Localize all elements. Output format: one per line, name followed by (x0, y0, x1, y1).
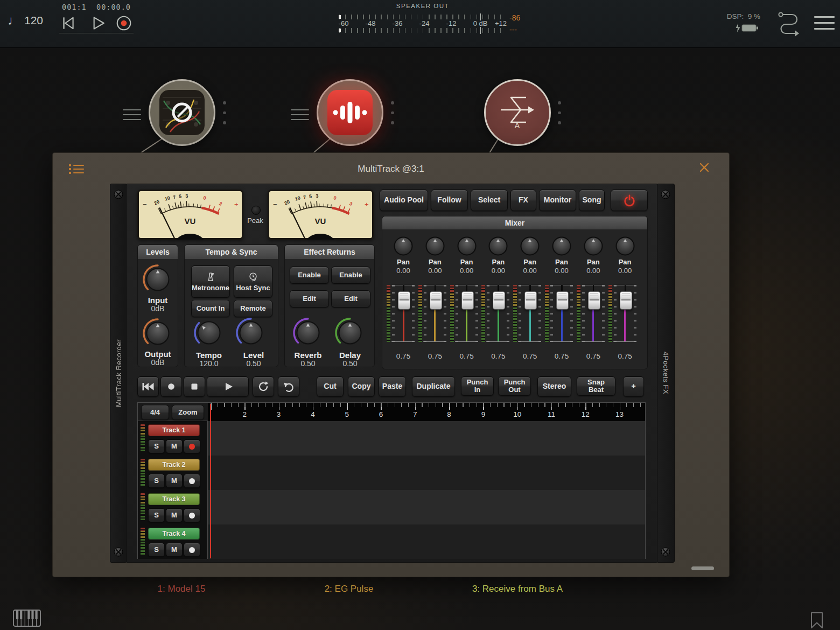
rewind-to-start-button[interactable] (59, 15, 76, 32)
menu-icon[interactable] (814, 15, 835, 31)
host-sync-button[interactable]: Host Sync (234, 265, 272, 298)
cut-button[interactable]: Cut (317, 376, 344, 397)
record-button[interactable] (115, 15, 132, 32)
power-button[interactable] (611, 190, 648, 211)
close-icon[interactable] (699, 162, 710, 173)
fader-cap[interactable] (524, 291, 537, 310)
monitor-button[interactable]: Monitor (539, 190, 576, 211)
bookmark-icon[interactable] (810, 612, 824, 629)
node-egpulse[interactable] (317, 79, 383, 146)
mt-stop-button[interactable] (184, 376, 205, 397)
snap-beat-button[interactable]: Snap Beat (577, 376, 615, 396)
song-button[interactable]: Song (579, 190, 605, 211)
fader-cap[interactable] (398, 291, 410, 310)
pan-knob[interactable] (393, 235, 414, 257)
mute-button[interactable]: M (166, 508, 183, 522)
track-name-button[interactable]: Track 1 (148, 424, 200, 436)
stereo-button[interactable]: Stereo (537, 376, 571, 397)
fader-cap[interactable] (493, 291, 505, 310)
node-model15[interactable] (149, 79, 215, 146)
channel-fader[interactable] (419, 285, 451, 342)
channel-fader[interactable] (451, 285, 482, 342)
fader-cap[interactable] (588, 291, 600, 310)
audio-pool-button[interactable]: Audio Pool (380, 190, 428, 211)
playhead[interactable] (210, 404, 211, 558)
signal-routing-icon[interactable] (777, 11, 802, 37)
zoom-button[interactable]: Zoom (172, 405, 204, 420)
node2-menu-dots[interactable] (391, 94, 394, 131)
pan-knob[interactable] (583, 235, 604, 257)
mute-button[interactable]: M (166, 439, 183, 453)
tempo-knob[interactable] (193, 317, 225, 349)
fader-cap[interactable] (556, 291, 569, 310)
fx-button[interactable]: FX (510, 190, 536, 211)
delay-edit-button[interactable]: Edit (331, 290, 370, 307)
fader-cap[interactable] (461, 291, 474, 310)
track-name-button[interactable]: Track 2 (148, 459, 200, 471)
mute-button[interactable]: M (166, 543, 183, 557)
punch-in-button[interactable]: Punch In (461, 376, 494, 396)
keyboard-icon[interactable] (13, 610, 41, 627)
solo-button[interactable]: S (148, 439, 165, 453)
window-resize-handle[interactable] (691, 566, 714, 570)
record-arm-button[interactable] (184, 474, 200, 488)
level-knob[interactable] (235, 317, 267, 349)
fader-cap[interactable] (620, 291, 632, 310)
delay-knob[interactable] (334, 317, 366, 349)
channel-fader[interactable] (610, 285, 641, 342)
channel-fader[interactable] (578, 285, 609, 342)
mt-undo-button[interactable] (278, 376, 299, 397)
mt-record-button[interactable] (160, 376, 182, 397)
tempo-display[interactable]: ♩ 120 (8, 14, 43, 27)
channel-fader[interactable] (546, 285, 577, 342)
record-arm-button[interactable] (184, 439, 200, 453)
mt-rewind-button[interactable] (137, 376, 159, 397)
count-in-button[interactable]: Count In (191, 300, 230, 317)
mt-play-button[interactable] (207, 376, 249, 397)
track-name-button[interactable]: Track 4 (148, 528, 200, 540)
record-arm-button[interactable] (184, 543, 200, 557)
follow-button[interactable]: Follow (431, 190, 468, 211)
fader-cap[interactable] (430, 291, 442, 310)
reverb-edit-button[interactable]: Edit (290, 290, 329, 307)
time-sig-button[interactable]: 4/4 (141, 405, 169, 420)
mute-button[interactable]: M (166, 474, 183, 488)
reverb-enable-button[interactable]: Enable (290, 267, 329, 284)
solo-button[interactable]: S (148, 508, 165, 522)
node1-menu-dots[interactable] (223, 94, 226, 131)
select-button[interactable]: Select (471, 190, 508, 211)
paste-button[interactable]: Paste (379, 376, 406, 397)
solo-button[interactable]: S (148, 474, 165, 488)
output-knob[interactable] (142, 317, 174, 349)
meter-row-right (339, 28, 506, 33)
metronome-button[interactable]: Metronome (191, 265, 230, 298)
pan-knob[interactable] (614, 235, 636, 257)
remote-button[interactable]: Remote (234, 300, 272, 317)
mt-loop-button[interactable] (253, 376, 274, 397)
add-button[interactable]: + (623, 376, 644, 397)
pan-knob[interactable] (424, 235, 446, 257)
channel-fader[interactable] (514, 285, 545, 342)
speaker-out-meter[interactable]: -60-48-36-24-120 dB+12 (339, 13, 506, 33)
pan-knob[interactable] (551, 235, 572, 257)
duplicate-button[interactable]: Duplicate (412, 376, 455, 397)
node-bus-receive[interactable]: A (484, 79, 551, 146)
reverb-knob[interactable] (292, 317, 324, 349)
pan-knob[interactable] (456, 235, 478, 257)
delay-enable-button[interactable]: Enable (331, 267, 370, 284)
play-button[interactable] (88, 15, 106, 32)
record-arm-button[interactable] (184, 508, 200, 522)
pan-knob[interactable] (519, 235, 541, 257)
node1-input-menu-icon[interactable] (123, 106, 141, 124)
punch-out-button[interactable]: Punch Out (498, 376, 531, 396)
arrange-grid[interactable] (208, 421, 645, 559)
node2-input-menu-icon[interactable] (291, 106, 309, 124)
solo-button[interactable]: S (148, 543, 165, 557)
track-name-button[interactable]: Track 3 (148, 493, 200, 505)
input-knob[interactable] (142, 263, 174, 296)
pan-knob[interactable] (487, 235, 509, 257)
node3-menu-dots[interactable] (558, 94, 561, 131)
channel-fader[interactable] (482, 285, 514, 342)
copy-button[interactable]: Copy (348, 376, 375, 397)
channel-fader[interactable] (388, 285, 419, 342)
